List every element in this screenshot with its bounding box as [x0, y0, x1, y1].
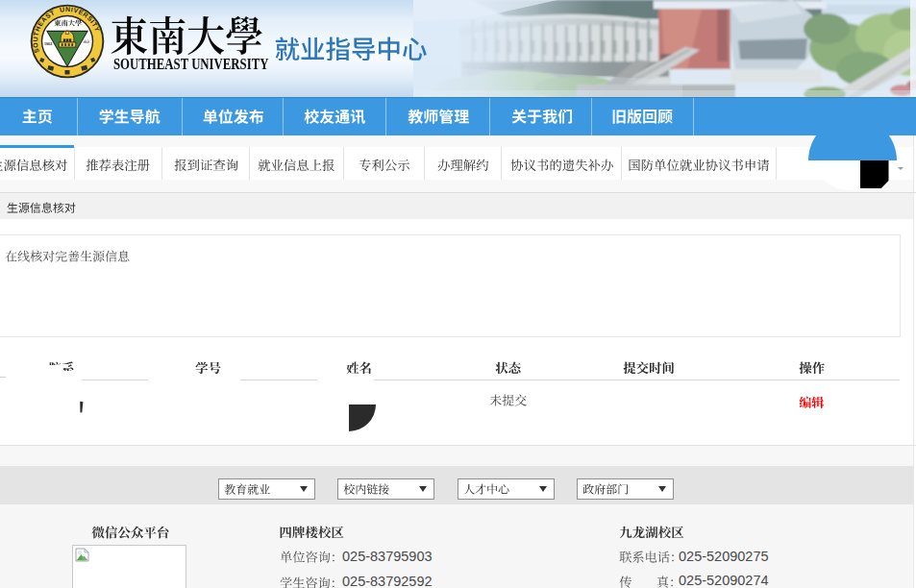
svg-text:1902: 1902: [44, 42, 52, 46]
